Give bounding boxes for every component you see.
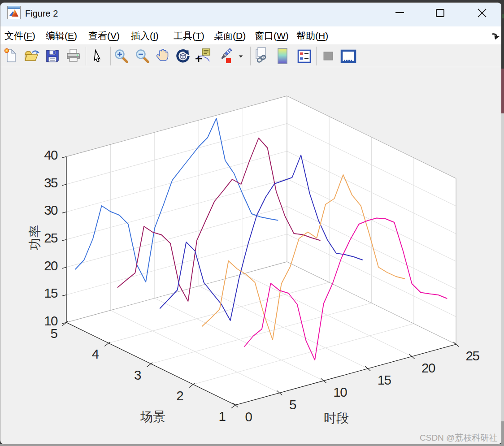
svg-text:25: 25 [44,230,58,245]
svg-text:10: 10 [44,313,58,328]
svg-text:20: 20 [44,258,58,273]
svg-text:15: 15 [378,372,391,387]
svg-text:30: 30 [44,203,58,217]
svg-text:1: 1 [219,409,226,424]
svg-text:3: 3 [134,368,141,382]
svg-text:时段: 时段 [324,411,349,425]
svg-text:25: 25 [466,348,480,363]
svg-text:功率: 功率 [28,225,42,250]
svg-text:场景: 场景 [140,410,165,424]
svg-text:5: 5 [51,326,58,341]
svg-text:20: 20 [421,360,435,375]
svg-text:40: 40 [44,147,58,162]
svg-text:15: 15 [44,286,58,300]
svg-text:4: 4 [92,346,99,361]
svg-text:10: 10 [333,385,347,399]
svg-text:2: 2 [176,388,183,403]
svg-text:5: 5 [289,397,296,412]
svg-text:35: 35 [44,175,58,190]
svg-text:0: 0 [245,409,252,424]
